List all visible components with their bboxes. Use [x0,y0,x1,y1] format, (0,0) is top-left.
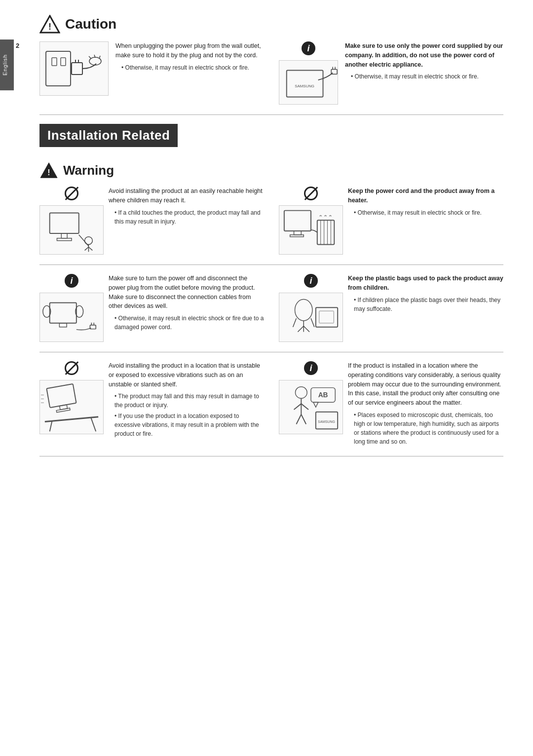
svg-rect-29 [290,235,304,237]
svg-rect-5 [72,63,82,75]
warning-item-height: Avoid installing the product at an easil… [39,187,264,255]
caution-header: ! Caution [39,15,503,34]
divider-1 [39,114,503,115]
info-icon-1: i [302,41,315,55]
info-icon-service: i [304,361,318,375]
svg-text:!: ! [48,22,51,32]
svg-line-61 [294,404,302,410]
power-cord-icon-illus: i SAMSUNG [279,41,338,105]
svg-rect-52 [56,408,70,413]
svg-rect-20 [61,233,67,238]
plastic-bags-icon-illus: i [279,274,343,342]
heater-main: Keep the power cord and the product away… [348,187,503,205]
svg-text:!: ! [47,168,50,177]
moving-bullet: Otherwise, it may result in electric sho… [109,314,264,332]
svg-line-26 [79,235,89,246]
plastic-bags-illustration [279,293,343,342]
svg-line-62 [301,404,308,410]
svg-marker-67 [313,402,318,407]
warning-title: Warning [63,163,114,178]
svg-rect-3 [52,58,57,66]
svg-text:SAMSUNG: SAMSUNG [295,84,314,88]
service-main: If the product is installed in a locatio… [348,361,503,408]
sidebar-language: English [0,39,14,90]
height-main: Avoid installing the product at an easil… [109,187,264,205]
warning-triangle-icon: ! [39,162,58,179]
warning-item-heater: Keep the power cord and the product away… [279,187,503,255]
unstable-main-span: Avoid installing the product in a locati… [109,362,260,388]
svg-line-63 [296,415,301,424]
svg-rect-19 [50,213,79,233]
warning-header: ! Warning [39,162,503,179]
heater-strong: Keep the power cord and the product away… [348,188,495,204]
unstable-bullet-2: If you use the product in a location exp… [109,412,264,438]
svg-line-43 [293,318,297,327]
unplug-main: When unplugging the power plug from the … [115,41,264,60]
svg-rect-36 [59,323,67,327]
divider-3 [39,352,503,352]
caution-items-row: When unplugging the power plug from the … [39,41,503,105]
moving-text: Make sure to turn the power off and disc… [109,274,264,332]
svg-line-55 [91,418,96,432]
svg-line-25 [88,247,92,250]
warning-item-moving: i [39,274,264,342]
warning-item-service: i AB [279,361,503,446]
service-text: If the product is installed in a locatio… [348,361,503,446]
warning-row-3: Avoid installing the product in a locati… [39,361,503,446]
plastic-bags-text: Keep the plastic bags used to pack the p… [348,274,503,313]
installation-header: Installation Related [39,124,503,155]
moving-illustration [39,293,104,342]
power-cord-strong: Make sure to use only the power cord sup… [345,42,503,68]
caution-item-power-cord: i SAMSUNG M [279,41,503,105]
svg-line-53 [45,417,98,422]
svg-line-9 [89,56,91,59]
unstable-bullet-1: The product may fall and this may result… [109,392,264,410]
page-container: English 2 ! Caution [0,0,533,485]
svg-rect-4 [61,58,66,66]
svg-point-59 [295,387,307,399]
info-icon-plastic: i [304,274,318,288]
service-illustration: AB SAMSUNG [279,380,343,434]
svg-rect-35 [50,302,76,323]
plastic-bags-strong: Keep the plastic bags used to pack the p… [348,275,503,291]
moving-main: Make sure to turn the power off and disc… [109,274,264,311]
warning-row-1: Avoid installing the product at an easil… [39,187,503,255]
info-icon-moving: i [65,274,78,288]
divider-2 [39,265,503,265]
moving-main-span: Make sure to turn the power off and disc… [109,275,255,309]
svg-text:SAMSUNG: SAMSUNG [318,420,335,423]
svg-rect-21 [57,238,72,241]
svg-rect-28 [294,231,302,235]
svg-line-46 [298,326,304,332]
no-icon-heater [304,187,318,200]
height-icon-illus [39,187,104,255]
svg-rect-2 [46,51,71,86]
warning-item-plastic-bags: i [279,274,503,342]
installation-title: Installation Related [39,124,178,147]
power-cord-bullet: Otherwise, it may result in electric sho… [345,72,503,81]
divider-4 [39,456,503,456]
power-cord-illustration: SAMSUNG [279,60,338,105]
svg-line-11 [99,56,100,59]
caution-title: Caution [65,16,116,32]
svg-rect-27 [284,211,311,231]
svg-line-54 [50,421,52,432]
caution-item-unplug: When unplugging the power plug from the … [39,41,264,105]
service-icon-illus: i AB [279,361,343,434]
svg-rect-50 [46,384,76,408]
unstable-main: Avoid installing the product in a locati… [109,361,264,389]
svg-rect-49 [319,311,334,323]
page-number: 2 [16,42,19,49]
height-illustration [39,205,104,255]
plastic-bags-main: Keep the plastic bags used to pack the p… [348,274,503,293]
plastic-bags-bullet: If children place the plastic bags over … [348,296,503,313]
svg-point-42 [295,300,312,321]
svg-line-24 [85,247,89,250]
moving-icon-illus: i [39,274,104,342]
unstable-text: Avoid installing the product in a locati… [109,361,264,438]
power-cord-main: Make sure to use only the power cord sup… [345,41,503,69]
no-icon-height [65,187,78,200]
unplug-text: When unplugging the power plug from the … [115,41,264,72]
warning-row-2: i [39,274,503,342]
heater-text: Keep the power cord and the product away… [348,187,503,217]
